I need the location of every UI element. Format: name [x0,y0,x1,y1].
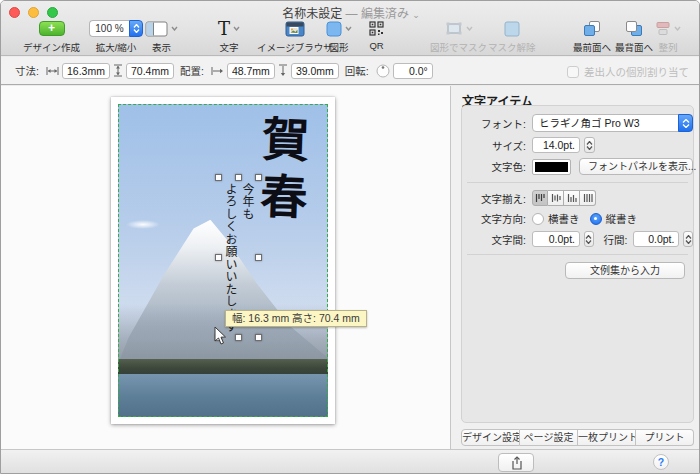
char-spacing-field[interactable] [532,231,580,247]
font-popup-stepper-icon [678,114,693,132]
checkbox-icon [567,66,579,78]
postcard[interactable]: 賀春 今年も よろしくお願いいたします 幅: 16.3 mm 高さ: 70.4 … [111,97,335,424]
toolbar-mask-with-shape: 図形でマスク [430,20,487,54]
inspector-tabs: デザイン設定 ページ設定 一枚プリント プリント [461,429,694,446]
height-field[interactable] [126,63,174,79]
title-toolbar: 名称未設定 — 編集済み ⌄ + デザイン作成 100 % 拡大/縮小 [1,1,700,56]
rotate-icon[interactable] [376,64,390,78]
chevron-down-icon [345,26,352,31]
inspector-groupbox: フォント: ヒラギノ角ゴ Pro W3 サイズ: [461,105,694,423]
pos-y-arrow-icon [278,64,288,77]
chevron-down-icon [233,26,240,31]
rotation-label: 回転: [345,63,369,78]
design-canvas[interactable]: 賀春 今年も よろしくお願いいたします 幅: 16.3 mm 高さ: 70.4 … [1,86,451,449]
share-button[interactable] [498,453,534,472]
width-field[interactable] [62,63,110,79]
line-spacing-field[interactable] [633,231,679,247]
text-color-swatch [535,162,568,172]
divider [467,182,688,183]
toolbar-bring-to-front[interactable]: 最前面へ [573,20,611,54]
toolbar-view[interactable]: 表示 [145,20,178,54]
toolbar-align: 整列 [655,20,681,54]
direction-horizontal-radio[interactable]: 横書き [532,211,580,226]
text-align-label: 文字揃え: [462,191,526,206]
document-title: 名称未設定 [282,7,342,21]
dimensions-bar: 寸法: 配置: 回転: 差出人の個別割り当て [1,57,700,85]
design-create-plus-icon[interactable]: + [39,21,65,36]
toolbar-send-to-back[interactable]: 最背面へ [615,20,653,54]
size-label: 寸法: [15,63,39,78]
edited-status: — 編集済み [346,7,409,21]
chevron-down-icon [171,26,178,31]
align-bottom-icon[interactable] [564,190,580,206]
text-align-segmented [532,190,596,206]
text-t-icon: T [218,21,230,37]
share-icon [510,456,522,470]
view-panel-icon [145,21,168,37]
selection-handle-bottom-center[interactable] [235,334,242,341]
align-top-icon[interactable] [532,190,548,206]
zoom-value-field[interactable]: 100 % [89,20,129,37]
selection-handle-top-right[interactable] [255,174,262,181]
height-arrow-icon [113,64,123,77]
position-label: 配置: [180,63,204,78]
tab-print[interactable]: プリント [636,429,694,446]
selection-handle-mid-left[interactable] [215,254,222,261]
align-center-icon[interactable] [548,190,564,206]
toolbar-text[interactable]: T 文字 [218,20,240,54]
size-tooltip: 幅: 16.3 mm 高さ: 70.4 mm [225,310,367,327]
pos-y-field[interactable] [291,63,339,79]
tab-design-settings[interactable]: デザイン設定 [461,429,520,446]
phrase-collection-button[interactable]: 文例集から入力 [565,262,685,279]
selection-handle-top-left[interactable] [215,174,222,181]
mask-release-icon [504,21,520,37]
radio-icon [532,213,544,225]
toolbar-qr[interactable]: QR [369,20,384,51]
toolbar-shape[interactable]: 図形 [326,20,352,54]
pos-x-field[interactable] [227,63,275,79]
pos-x-arrow-icon [211,66,224,76]
text-direction-label: 文字方向: [462,211,526,226]
toolbar-zoom[interactable]: 100 % 拡大/縮小 [89,20,143,54]
selection-handle-bottom-right[interactable] [255,334,262,341]
rotation-field[interactable] [393,63,433,79]
tab-page-settings[interactable]: ページ設定 [520,429,578,446]
direction-vertical-radio[interactable]: 縦書き [590,211,638,226]
toolbar-image-browser[interactable]: イメージブラウザ [257,20,333,54]
mask-with-shape-icon [445,21,463,36]
font-popup-value: ヒラギノ角ゴ Pro W3 [539,117,640,129]
font-size-stepper[interactable] [584,137,595,153]
qr-code-icon [369,21,384,36]
mouse-cursor-icon [213,326,227,346]
selection-handle-top-center[interactable] [235,174,242,181]
image-browser-icon [285,21,305,37]
line-spacing-stepper[interactable] [683,231,693,247]
app-window: 名称未設定 — 編集済み ⌄ + デザイン作成 100 % 拡大/縮小 [0,0,700,474]
width-arrow-icon [46,66,59,76]
window-title: 名称未設定 — 編集済み ⌄ [1,4,700,21]
line-spacing-label: 行間: [604,232,628,247]
char-spacing-label: 文字間: [462,232,526,247]
title-chevron-icon[interactable]: ⌄ [412,10,420,20]
toolbar-mask-release: マスク解除 [488,20,536,54]
selection-handle-mid-right[interactable] [255,254,262,261]
zoom-stepper[interactable] [129,20,143,37]
send-to-back-icon [625,20,643,37]
tab-single-print[interactable]: 一枚プリント [578,429,636,446]
bring-to-front-icon [583,20,601,37]
help-button[interactable]: ? [653,454,669,470]
font-size-field[interactable] [532,137,580,153]
font-label: フォント: [462,116,526,131]
text-item-inspector: 文字アイテム フォント: ヒラギノ角ゴ Pro W3 サイズ: [451,86,700,449]
chevron-down-icon [674,26,681,31]
text-color-label: 文字色: [462,159,526,174]
content-area: 賀春 今年も よろしくお願いいたします 幅: 16.3 mm 高さ: 70.4 … [1,86,700,449]
align-justify-icon[interactable] [580,190,596,206]
toolbar-design-create[interactable]: + デザイン作成 [23,20,80,54]
text-color-well[interactable] [532,159,571,175]
divider [467,254,688,255]
show-font-panel-button[interactable]: フォントパネルを表示... [579,158,693,175]
char-spacing-stepper[interactable] [584,231,594,247]
radio-selected-icon [590,213,602,225]
font-popup[interactable]: ヒラギノ角ゴ Pro W3 [532,114,693,132]
